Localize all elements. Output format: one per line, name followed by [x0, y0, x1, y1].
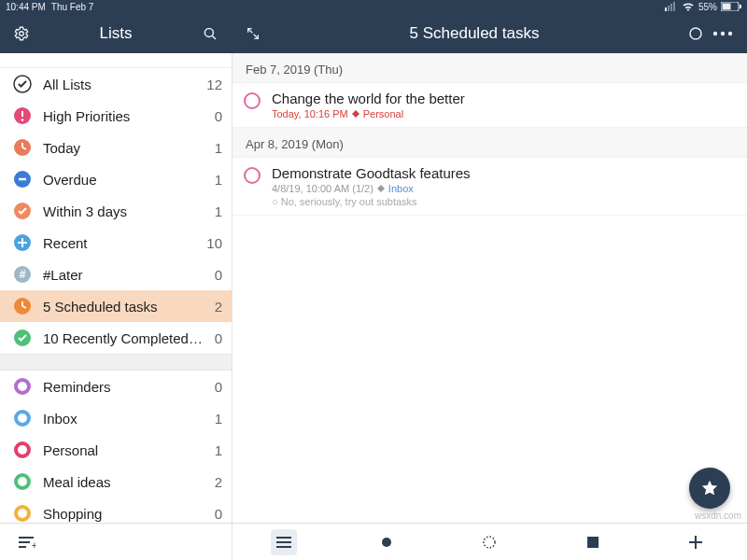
task-title: Change the world for the better	[272, 91, 736, 106]
sidebar-item-count: 2	[215, 474, 222, 490]
svg-point-46	[484, 537, 495, 548]
search-icon[interactable]	[198, 25, 222, 42]
svg-point-10	[690, 28, 701, 39]
sidebar-item-today[interactable]: Today 1	[0, 132, 232, 163]
battery-pct: 55%	[698, 2, 717, 12]
sidebar-item-overdue[interactable]: Overdue 1	[0, 163, 232, 195]
sidebar-item-count: 1	[215, 140, 222, 156]
sidebar-item-reminders[interactable]: Reminders 0	[0, 371, 232, 402]
more-icon[interactable]	[708, 31, 738, 36]
svg-point-33	[16, 380, 29, 393]
check-icon	[13, 75, 32, 93]
task-title: Demonstrate Goodtask features	[272, 165, 736, 181]
settings-icon[interactable]	[9, 25, 34, 42]
sidebar-item-shopping[interactable]: Shopping 0	[0, 497, 232, 523]
task-tag: Inbox	[388, 183, 414, 194]
signal-icon	[665, 2, 678, 11]
ring-icon	[13, 377, 32, 396]
sidebar-item-count: 1	[215, 203, 222, 219]
ring-icon	[13, 472, 32, 491]
wifi-icon	[682, 2, 695, 11]
sidebar-item-count: 10	[206, 235, 222, 251]
svg-point-0	[20, 31, 24, 35]
svg-line-2	[212, 35, 216, 39]
watermark: wsxdn.com	[695, 511, 741, 521]
check-icon	[13, 202, 32, 220]
bang-icon	[13, 106, 32, 125]
ring-icon	[13, 409, 32, 427]
date-header: Feb 7, 2019 (Thu)	[233, 53, 747, 83]
view-month-icon[interactable]	[580, 529, 606, 555]
fab-star-button[interactable]	[689, 468, 730, 509]
task-checkbox[interactable]	[244, 167, 261, 184]
svg-point-45	[382, 538, 391, 547]
tag-icon	[352, 110, 359, 118]
svg-rect-9	[740, 5, 741, 8]
svg-point-11	[713, 31, 717, 35]
dash-icon	[13, 170, 32, 189]
sidebar-item-label: Recent	[43, 235, 206, 251]
sidebar-item-label: Today	[43, 140, 215, 156]
svg-point-17	[21, 119, 24, 121]
task-row[interactable]: Change the world for the better Today, 1…	[233, 83, 747, 128]
svg-point-35	[16, 443, 29, 456]
sidebar-item-label: #Later	[43, 267, 215, 283]
sidebar-item-count: 0	[215, 108, 222, 124]
sidebar-item-recently-completed[interactable]: 10 Recently Completed… 0	[0, 322, 232, 354]
add-button[interactable]	[683, 529, 709, 555]
main-content: Feb 7, 2019 (Thu) Change the world for t…	[232, 53, 747, 523]
sidebar-item-recent[interactable]: Recent 10	[0, 227, 232, 259]
sidebar-item-count: 2	[215, 299, 222, 315]
sidebar-item-all-lists[interactable]: All Lists 12	[0, 68, 232, 100]
task-subtask: ○ No, seriously, try out subtasks	[272, 196, 736, 207]
sidebar-item-count: 0	[215, 506, 222, 522]
sidebar-item-label: High Priorities	[43, 108, 215, 124]
sidebar-item-label: Shopping	[43, 506, 215, 522]
sidebar-item-label: 5 Scheduled tasks	[43, 299, 215, 315]
svg-text:+: +	[32, 540, 35, 549]
svg-point-34	[16, 412, 29, 425]
sidebar-item-meal-ideas[interactable]: Meal ideas 2	[0, 466, 232, 497]
date-header: Apr 8, 2019 (Mon)	[233, 128, 747, 158]
sidebar-item-label: All Lists	[43, 77, 206, 92]
svg-rect-8	[723, 4, 731, 10]
status-date: Thu Feb 7	[51, 2, 94, 12]
sidebar-item-count: 1	[215, 442, 222, 458]
sidebar-item-scheduled[interactable]: 5 Scheduled tasks 2	[0, 290, 232, 322]
svg-rect-4	[668, 6, 669, 11]
main-title: 5 Scheduled tasks	[265, 24, 684, 43]
svg-point-36	[16, 475, 29, 488]
task-row[interactable]: Demonstrate Goodtask features 4/8/19, 10…	[233, 158, 747, 216]
sidebar-item-label: Reminders	[43, 379, 215, 395]
view-day-icon[interactable]	[374, 529, 400, 555]
sidebar-item-count: 0	[215, 330, 222, 346]
circle-icon[interactable]	[684, 26, 708, 41]
sidebar-item-count: 1	[215, 411, 222, 427]
expand-icon[interactable]	[241, 26, 265, 41]
task-checkbox[interactable]	[244, 92, 261, 109]
status-time: 10:44 PM	[6, 2, 46, 12]
sidebar-item-label: 10 Recently Completed…	[43, 330, 215, 346]
sidebar-item-label: Overdue	[43, 172, 215, 188]
sidebar-item-label: Personal	[43, 442, 215, 458]
statusbar: 10:44 PM Thu Feb 7	[0, 0, 232, 13]
view-list-icon[interactable]	[271, 529, 297, 555]
svg-rect-6	[673, 2, 675, 11]
sidebar-item-count: 1	[215, 172, 222, 188]
hash-icon: #	[13, 265, 32, 284]
clock-icon	[13, 138, 32, 157]
svg-point-37	[16, 507, 29, 520]
svg-rect-3	[665, 7, 667, 11]
sidebar-item-personal[interactable]: Personal 1	[0, 434, 232, 466]
statusbar-right: 55%	[232, 0, 747, 13]
sidebar-item-high-priorities[interactable]: High Priorities 0	[0, 100, 232, 132]
check-icon	[13, 329, 32, 347]
sidebar-item-inbox[interactable]: Inbox 1	[0, 402, 232, 434]
task-meta: 4/8/19, 10:00 AM (1/2) Inbox	[272, 183, 736, 194]
sidebar-item-count: 0	[215, 379, 222, 395]
task-tag: Personal	[363, 108, 403, 119]
sidebar-item-within3days[interactable]: Within 3 days 1	[0, 195, 232, 227]
lists-menu-icon[interactable]: +	[13, 529, 39, 555]
sidebar-item-later[interactable]: # #Later 0	[0, 259, 232, 290]
view-week-icon[interactable]	[476, 529, 502, 555]
